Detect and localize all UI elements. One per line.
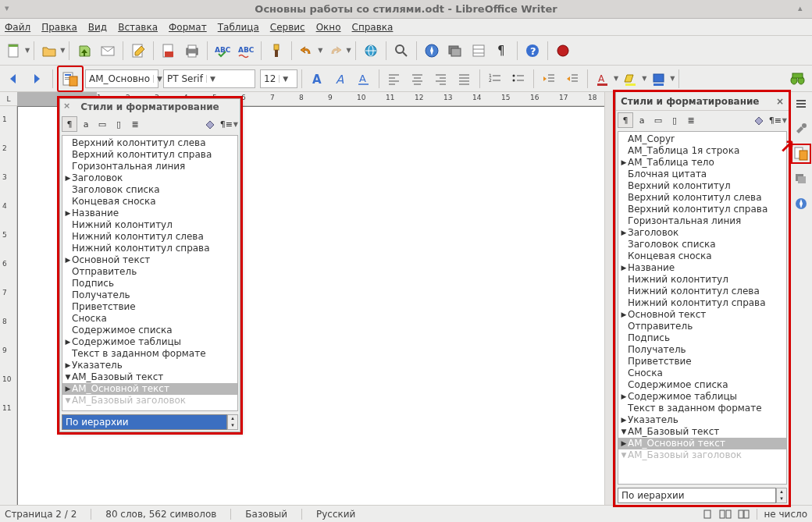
style-item[interactable]: Сноска (62, 313, 237, 325)
redo-dropdown[interactable]: ▼ (346, 47, 351, 54)
align-right-button[interactable] (430, 68, 452, 90)
style-item[interactable]: Подпись (618, 332, 786, 344)
style-item[interactable]: Получатель (618, 344, 786, 356)
style-item[interactable]: Нижний колонтитул справа (618, 297, 786, 309)
font-color-button[interactable]: A (592, 68, 614, 90)
style-item[interactable]: ▶Заголовок (62, 172, 237, 184)
style-item[interactable]: AM_Таблица 1я строка (618, 145, 786, 157)
new-style-dropdown[interactable]: ▼ (233, 121, 238, 128)
sidebar-gallery-icon[interactable] (792, 170, 810, 187)
style-item[interactable]: Горизонтальная линия (62, 161, 237, 172)
underline-button[interactable]: A (353, 68, 375, 90)
style-item[interactable]: Сноска (618, 368, 786, 379)
open-button[interactable] (38, 40, 60, 62)
filter-combo[interactable]: По иерархии (62, 414, 227, 430)
char-styles-icon[interactable]: a (634, 112, 650, 128)
style-item[interactable]: Приветствие (62, 301, 237, 313)
new-doc-dropdown[interactable]: ▼ (25, 47, 30, 54)
new-style-dropdown[interactable]: ▼ (782, 117, 787, 124)
style-item[interactable]: Концевая сноска (62, 196, 237, 208)
close-icon[interactable]: × (63, 101, 70, 111)
expand-icon[interactable]: ▼ (64, 395, 72, 407)
styles-button[interactable] (59, 68, 81, 90)
style-item[interactable]: ▼AM_Базовый текст (62, 371, 237, 383)
expand-icon[interactable]: ▶ (620, 262, 628, 274)
number-list-button[interactable]: 12 (484, 68, 506, 90)
view-book-icon[interactable] (738, 509, 750, 520)
style-item[interactable]: Текст в заданном формате (62, 348, 237, 360)
style-item[interactable]: Верхний колонтитул справа (62, 149, 237, 161)
styles-tree[interactable]: Верхний колонтитул слеваВерхний колонтит… (62, 135, 238, 411)
bold-button[interactable]: A (306, 68, 328, 90)
style-item[interactable]: ▶AM_Основной текст (618, 438, 786, 449)
style-item[interactable]: ▼AM_Базовый заголовок (618, 449, 786, 461)
menu-help[interactable]: Справка (352, 22, 394, 33)
minimize-icon[interactable]: ▾ (5, 3, 14, 12)
style-item[interactable]: Нижний колонтитул (618, 274, 786, 286)
indent-less-button[interactable] (538, 68, 560, 90)
bgcolor-dropdown[interactable]: ▼ (670, 75, 675, 82)
gallery-button[interactable] (444, 40, 466, 62)
expand-icon[interactable]: ▶ (620, 309, 628, 321)
style-item[interactable]: Блочная цитата (618, 169, 786, 180)
datasource-button[interactable] (468, 40, 490, 62)
highlight-button[interactable] (620, 68, 642, 90)
expand-icon[interactable]: ▶ (620, 391, 628, 403)
menu-tools[interactable]: Сервис (270, 22, 305, 33)
page-styles-icon[interactable]: ▯ (667, 112, 682, 128)
fill-format-icon[interactable] (751, 112, 767, 128)
style-item[interactable]: ▶Основной текст (618, 309, 786, 321)
nav-next-button[interactable] (27, 68, 48, 90)
fontsize-combo[interactable]: 12▼ (260, 69, 297, 88)
paragraph-styles-icon[interactable]: ¶ (62, 116, 77, 132)
style-item[interactable]: Заголовок списка (62, 184, 237, 196)
autospell-button[interactable]: ABC (235, 40, 257, 62)
menu-edit[interactable]: Правка (41, 22, 77, 33)
align-left-button[interactable] (383, 68, 405, 90)
new-style-icon[interactable]: ¶≡ (219, 116, 234, 132)
frame-styles-icon[interactable]: ▭ (94, 116, 110, 132)
hyperlink-button[interactable] (360, 40, 382, 62)
expand-icon[interactable]: ▼ (64, 371, 72, 383)
close-icon[interactable]: × (776, 96, 784, 107)
view-multi-icon[interactable] (719, 509, 732, 520)
paragraph-styles-icon[interactable]: ¶ (618, 112, 633, 128)
expand-icon[interactable]: ▶ (620, 438, 628, 449)
style-item[interactable]: Верхний колонтитул слева (618, 192, 786, 204)
style-item[interactable]: Отправитель (618, 321, 786, 332)
menu-table[interactable]: Таблица (218, 22, 259, 33)
expand-icon[interactable]: ▶ (64, 360, 72, 371)
filter-spinner[interactable]: ▴▾ (776, 488, 787, 503)
export-pdf-button[interactable] (158, 40, 180, 62)
sidebar-menu-icon[interactable] (792, 95, 810, 112)
sidebar-properties-icon[interactable] (792, 120, 810, 137)
style-item[interactable]: ▶Указатель (618, 414, 786, 426)
document-canvas[interactable]: 123456789101112131415161718 × Стили и фо… (17, 92, 604, 505)
maximize-icon[interactable]: ▴ (798, 3, 807, 12)
status-style[interactable]: Базовый (245, 509, 287, 520)
font-combo[interactable]: PT Serif▼ (163, 69, 255, 88)
frame-styles-icon[interactable]: ▭ (650, 112, 666, 128)
nav-prev-button[interactable] (3, 68, 25, 90)
style-item[interactable]: ▶Указатель (62, 360, 237, 371)
style-item[interactable]: ▼AM_Базовый заголовок (62, 395, 237, 407)
style-item[interactable]: ▶AM_Основной текст (62, 383, 237, 395)
nonprinting-button[interactable]: ¶ (491, 40, 513, 62)
sidebar-styles-icon[interactable] (792, 145, 810, 162)
styles-tree[interactable]: AM_CopyrAM_Таблица 1я строка▶AM_Таблица … (618, 131, 787, 485)
new-doc-button[interactable] (3, 40, 25, 62)
style-combo[interactable]: AM_Основно▼ (85, 69, 158, 88)
expand-icon[interactable]: ▼ (620, 426, 628, 438)
expand-icon[interactable]: ▶ (64, 336, 72, 348)
edit-mode-button[interactable] (127, 40, 149, 62)
list-styles-icon[interactable]: ≣ (683, 112, 699, 128)
menu-window[interactable]: Окно (316, 22, 341, 33)
status-lang[interactable]: Русский (316, 509, 355, 520)
styles-floating-panel[interactable]: × Стили и форматирование ¶ a ▭ ▯ ≣ ¶≡▼ В… (59, 98, 240, 432)
sidebar-navigator-icon[interactable] (792, 195, 810, 212)
help-button[interactable]: ? (522, 40, 543, 62)
list-styles-icon[interactable]: ≣ (127, 116, 143, 132)
expand-icon[interactable]: ▶ (64, 254, 72, 266)
email-button[interactable] (97, 40, 119, 62)
font-color-dropdown[interactable]: ▼ (614, 75, 618, 82)
